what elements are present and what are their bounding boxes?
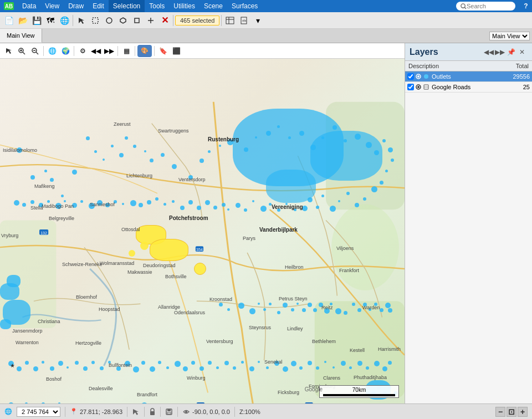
map-btn2[interactable]: 🌐	[58, 14, 71, 27]
menu-edit[interactable]: Edit	[88, 0, 109, 12]
projection-select[interactable]: 2 745 764	[17, 407, 60, 417]
open-btn[interactable]: 📂	[16, 14, 29, 27]
svg-point-6	[106, 18, 112, 23]
scale-line	[323, 394, 395, 396]
col-total: Total	[502, 61, 532, 71]
layer-roads-visible[interactable]	[407, 84, 414, 90]
menu-scene[interactable]: Scene	[200, 0, 227, 12]
layers-title: Layers	[410, 47, 483, 57]
col-description: Description	[405, 61, 502, 71]
settings-btn[interactable]: ⚙	[76, 45, 89, 57]
status-sep6	[234, 407, 235, 417]
lasso-tool[interactable]	[89, 14, 102, 27]
svg-line-18	[23, 52, 25, 54]
search-bar[interactable]	[456, 2, 515, 11]
sep3	[221, 15, 222, 26]
svg-text:132: 132	[40, 231, 47, 235]
svg-rect-8	[135, 18, 139, 23]
eye2-icon	[182, 408, 190, 416]
menu-surfaces[interactable]: Surfaces	[227, 0, 262, 12]
svg-marker-4	[79, 18, 84, 24]
menu-view[interactable]: View	[40, 0, 64, 12]
svg-marker-5	[93, 18, 98, 23]
status-sep5	[177, 407, 178, 417]
scale-bar: 70km	[319, 385, 399, 398]
zoom-out-btn[interactable]	[29, 45, 41, 57]
globe-icon: 🌐	[4, 408, 12, 415]
pin-btn[interactable]: 📌	[505, 47, 516, 58]
svg-marker-43	[133, 409, 139, 415]
svg-rect-44	[150, 411, 155, 415]
menu-selection[interactable]: Selection	[109, 0, 145, 12]
tab-dropdown[interactable]: Main View	[487, 29, 532, 43]
main-view-tab[interactable]: Main View	[0, 29, 42, 43]
map-sep1	[43, 46, 44, 56]
coords-icon: 📍	[70, 408, 78, 415]
map-canvas[interactable]: 132 354 A1 A1	[0, 59, 405, 403]
main-area: 🌐 🌍 ⚙ ◀◀ ▶▶ ▦ 🎨 🔖 ⬛	[0, 43, 532, 403]
status-projection[interactable]: 2 745 764	[17, 407, 60, 417]
collapse-btn[interactable]: ◀◀	[483, 47, 494, 58]
map-arrow-btn[interactable]	[2, 45, 14, 57]
extra-btn[interactable]: ⬛	[170, 45, 182, 57]
menu-data[interactable]: Data	[18, 0, 40, 12]
layer-row-roads[interactable]: Google Roads 25	[405, 82, 532, 93]
layers-panel: Layers ◀◀ ▶▶ 📌 ✕ Description Total	[405, 43, 532, 403]
statusbar: 🌐 2 745 764 📍 27.811; -28.963 -90.0, 0.0…	[0, 403, 532, 419]
back-btn[interactable]: ◀◀	[90, 45, 102, 57]
save-btn[interactable]: 💾	[30, 14, 43, 27]
menu-utilities[interactable]: Utilities	[169, 0, 200, 12]
help-button[interactable]: ?	[520, 0, 532, 12]
layer-roads-map-icon	[423, 84, 429, 90]
zoom-out-btn[interactable]: −	[495, 407, 505, 417]
menu-draw[interactable]: Draw	[64, 0, 88, 12]
menubar: AB Data View Draw Edit Selection Tools U…	[0, 0, 532, 12]
expand-btn[interactable]: ▶▶	[494, 47, 505, 58]
values-display: -90.0, 0.0, 0.0	[192, 408, 230, 415]
globe-btn1[interactable]: 🌐	[46, 45, 58, 57]
clear-selection[interactable]: ✕	[158, 14, 171, 27]
layer-outlets-visible[interactable]	[407, 73, 414, 80]
layer-roads-icons: Google Roads	[407, 84, 499, 90]
options-btn[interactable]: ▾	[251, 14, 264, 27]
status-sep3	[144, 407, 145, 417]
new-btn[interactable]: 📄	[2, 14, 16, 27]
layer-outlets-count: 29556	[502, 71, 532, 82]
table-btn[interactable]	[223, 14, 237, 27]
export-btn[interactable]: xls	[237, 14, 250, 27]
map-background: 132 354 A1 A1	[0, 59, 405, 403]
select-tool1[interactable]	[103, 14, 116, 27]
svg-point-38	[424, 74, 428, 79]
style-btn[interactable]: 🎨	[137, 45, 152, 57]
view-select[interactable]: Main View	[489, 32, 530, 40]
map-sep5	[154, 46, 155, 56]
arrow-tool[interactable]	[75, 14, 88, 27]
layer-outlets-dot-icon	[423, 73, 429, 80]
layer-row-outlets[interactable]: Outlets 29556	[405, 71, 532, 82]
zoom-value: Z:100%	[239, 408, 260, 415]
layer-roads-cell: Google Roads	[405, 82, 502, 93]
select-tool2[interactable]	[116, 14, 130, 27]
forward-btn[interactable]: ▶▶	[103, 45, 115, 57]
bookmark-btn[interactable]: 🔖	[157, 45, 169, 57]
menu-tools[interactable]: Tools	[145, 0, 169, 12]
search-input[interactable]	[467, 3, 511, 9]
zoom-in-btn2[interactable]: +	[518, 407, 528, 417]
svg-point-37	[417, 75, 420, 78]
select-tool3[interactable]	[130, 14, 144, 27]
globe-btn2[interactable]: 🌍	[59, 45, 71, 57]
svg-point-48	[185, 411, 187, 413]
svg-marker-16	[6, 48, 12, 54]
close-panel-btn[interactable]: ✕	[516, 47, 528, 58]
layer-outlets-eye	[415, 73, 422, 80]
map-btn1[interactable]: 🗺	[44, 14, 57, 27]
svg-rect-24	[326, 102, 405, 209]
grid-btn[interactable]: ▦	[120, 45, 132, 57]
zoom-fit-btn[interactable]: ⊡	[507, 407, 516, 417]
sep1	[73, 15, 73, 26]
select-tool4[interactable]	[144, 14, 157, 27]
svg-rect-25	[0, 221, 56, 328]
zoom-in-btn[interactable]	[16, 45, 28, 57]
app-logo: AB	[0, 0, 18, 12]
status-cursor	[132, 408, 140, 416]
